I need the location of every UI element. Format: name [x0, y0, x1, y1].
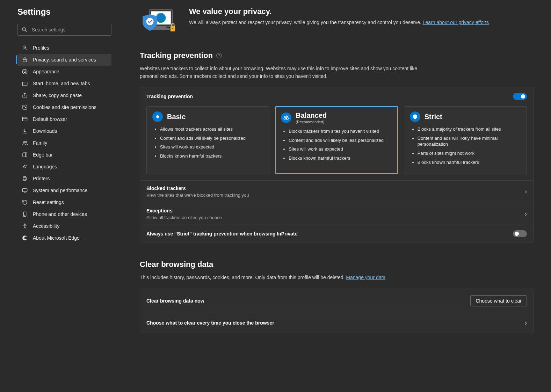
clear-browsing-panel: Clear browsing data now Choose what to c…	[140, 289, 534, 333]
sidebar-item-edge-bar[interactable]: Edge bar	[17, 149, 111, 161]
edge-bar-icon	[22, 152, 28, 158]
svg-point-6	[26, 71, 26, 72]
sidebar-item-label: Downloads	[33, 128, 57, 134]
sidebar-item-start[interactable]: Start, home, and new tabs	[17, 78, 111, 89]
card-title: Basic	[167, 113, 186, 121]
svg-point-13	[26, 141, 27, 143]
clear-now-row: Clear browsing data now Choose what to c…	[140, 289, 533, 313]
svg-rect-8	[23, 105, 27, 109]
sidebar-item-label: About Microsoft Edge	[33, 235, 80, 241]
sidebar-item-label: Family	[33, 140, 47, 146]
sidebar-item-about[interactable]: About Microsoft Edge	[17, 232, 111, 244]
sidebar-item-label: Appearance	[33, 69, 59, 74]
svg-rect-24	[155, 26, 166, 28]
sidebar-item-label: Privacy, search, and services	[33, 57, 96, 63]
svg-rect-7	[22, 82, 27, 86]
sidebar-item-system[interactable]: System and performance	[17, 184, 111, 196]
basic-icon	[152, 111, 163, 122]
row-subtitle: Allow all trackers on sites you choose	[146, 215, 222, 220]
sidebar-item-label: Edge bar	[33, 152, 53, 158]
sidebar-item-label: Phone and other devices	[33, 211, 87, 217]
sidebar-item-accessibility[interactable]: Accessibility	[17, 220, 111, 232]
card-bullets: Blocks trackers from sites you haven't v…	[281, 128, 392, 161]
exceptions-row[interactable]: Exceptions Allow all trackers on sites y…	[140, 203, 533, 225]
reset-icon	[22, 199, 28, 205]
card-title: Balanced	[296, 111, 327, 119]
sidebar-item-profiles[interactable]: Profiles	[17, 42, 111, 54]
card-bullets: Blocks a majority of trackers from all s…	[410, 126, 521, 165]
svg-rect-25	[152, 28, 170, 30]
clear-browsing-title: Clear browsing data	[140, 260, 534, 269]
chevron-right-icon: ›	[525, 188, 527, 195]
search-icon	[22, 27, 27, 32]
tracking-card-basic[interactable]: Basic Allows most trackers across all si…	[146, 106, 269, 174]
card-title: Strict	[425, 113, 442, 121]
privacy-efforts-link[interactable]: Learn about our privacy efforts	[423, 20, 489, 25]
sidebar-item-phone[interactable]: Phone and other devices	[17, 208, 111, 220]
sidebar-item-label: Languages	[33, 164, 57, 169]
svg-point-20	[24, 216, 25, 216]
sidebar-item-reset[interactable]: Reset settings	[17, 196, 111, 208]
chevron-right-icon: ›	[525, 210, 527, 218]
svg-rect-18	[22, 189, 27, 192]
clear-on-close-row[interactable]: Choose what to clear every time you clos…	[140, 313, 533, 333]
blocked-trackers-row[interactable]: Blocked trackers View the sites that we'…	[140, 180, 533, 203]
choose-what-to-clear-button[interactable]: Choose what to clear	[470, 295, 527, 306]
sidebar-item-printers[interactable]: Printers	[17, 173, 111, 184]
sidebar-item-label: Accessibility	[33, 223, 59, 229]
tracking-prevention-toggle[interactable]	[513, 93, 527, 100]
svg-rect-15	[23, 178, 27, 180]
svg-rect-11	[22, 117, 27, 121]
tracking-card-balanced[interactable]: Balanced (Recommended) Blocks trackers f…	[275, 106, 398, 174]
hero-description: We will always protect and respect your …	[189, 19, 489, 26]
privacy-hero-graphic	[140, 7, 180, 38]
sidebar-item-label: Start, home, and new tabs	[33, 81, 90, 86]
row-title: Clear browsing data now	[146, 298, 204, 304]
settings-title: Settings	[17, 7, 111, 17]
download-icon	[22, 128, 28, 134]
settings-sidebar: Settings Profiles Privacy, search, and s…	[0, 0, 122, 392]
svg-rect-3	[23, 59, 27, 62]
svg-point-10	[26, 107, 26, 108]
svg-point-9	[24, 106, 24, 107]
card-bullets: Allows most trackers across all sites Co…	[152, 126, 263, 159]
svg-point-2	[24, 46, 26, 48]
tracking-prevention-title: Tracking prevention	[140, 51, 213, 60]
sidebar-item-default-browser[interactable]: Default browser	[17, 113, 111, 125]
chevron-right-icon: ›	[525, 319, 527, 327]
main-content: We value your privacy. We will always pr…	[122, 0, 551, 392]
manage-data-link[interactable]: Manage your data	[346, 275, 385, 280]
balanced-icon	[281, 112, 291, 123]
row-title: Choose what to clear every time you clos…	[146, 320, 274, 326]
cookies-icon	[22, 104, 28, 110]
svg-point-4	[22, 69, 27, 74]
sidebar-item-appearance[interactable]: Appearance	[17, 66, 111, 78]
sidebar-item-label: Printers	[33, 176, 50, 181]
sidebar-item-share[interactable]: Share, copy and paste	[17, 89, 111, 101]
svg-point-29	[172, 28, 174, 29]
strict-inprivate-toggle[interactable]	[513, 230, 527, 237]
strict-icon	[410, 111, 420, 122]
sidebar-item-languages[interactable]: Languages	[17, 161, 111, 173]
tracking-card-strict[interactable]: Strict Blocks a majority of trackers fro…	[404, 106, 527, 174]
phone-icon	[22, 211, 28, 217]
search-input[interactable]	[17, 24, 111, 36]
sidebar-item-cookies[interactable]: Cookies and site permissions	[17, 101, 111, 113]
lock-icon	[22, 57, 28, 63]
hero-title: We value your privacy.	[189, 7, 489, 16]
appearance-icon	[22, 68, 28, 75]
svg-line-1	[25, 30, 27, 32]
sidebar-item-privacy[interactable]: Privacy, search, and services	[17, 54, 111, 66]
card-subtitle: (Recommended)	[296, 120, 327, 124]
edge-icon	[22, 235, 28, 241]
svg-point-0	[22, 28, 26, 31]
sidebar-item-family[interactable]: Family	[17, 137, 111, 149]
info-icon[interactable]: ?	[216, 53, 222, 58]
row-title: Always use “Strict” tracking prevention …	[146, 231, 298, 237]
family-icon	[22, 140, 28, 146]
profile-icon	[22, 45, 28, 51]
sidebar-item-downloads[interactable]: Downloads	[17, 125, 111, 137]
sidebar-item-label: Share, copy and paste	[33, 93, 82, 98]
svg-point-21	[24, 224, 26, 225]
tracking-prevention-panel: Tracking prevention Basic Allows	[140, 87, 534, 242]
